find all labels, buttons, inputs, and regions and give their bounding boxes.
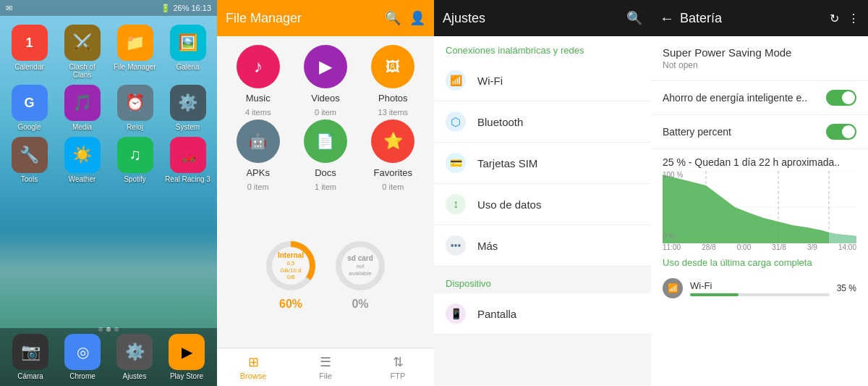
sdcard-label: sd card [346,254,375,263]
wifi-bar [690,293,739,296]
file-category-photos[interactable]: 🖼 Photos 13 items [361,45,425,117]
bluetooth-icon: ⬡ [446,112,466,132]
dock-chrome[interactable]: ◎ Chrome [58,334,107,380]
x-label-2: 0:00 [737,243,751,251]
settings-header: Ajustes 🔍 [434,0,651,36]
file-category-videos[interactable]: ▶ Videos 0 item [293,45,357,117]
smart-saving-toggle[interactable] [826,90,856,106]
app-calendar[interactable]: 1 Calendar [6,25,53,79]
sdcard-status: not available [346,263,375,277]
file-category-apks[interactable]: 🤖 APKs 0 item [226,119,290,191]
apks-icon: 🤖 [237,119,280,163]
file-category-music[interactable]: ♪ Music 4 items [226,45,290,117]
app-real-racing[interactable]: 🏎️ Real Racing 3 [164,137,211,183]
music-label: Music [246,93,271,104]
wifi-usage-percent: 35 % [837,283,856,293]
header-left: ← Batería [660,10,722,27]
nav-ftp[interactable]: ⇅ FTP [362,348,434,386]
favorites-count: 0 item [382,182,404,191]
apks-count: 0 item [247,182,269,191]
nav-file[interactable]: ☰ File [289,348,362,386]
wifi-icon: 📶 [668,283,678,293]
dock: 📷 Cámara ◎ Chrome ⚙️ Ajustes ▶ Play Stor… [0,328,217,386]
battery-chart-container: 100 % 0 % [651,171,868,243]
favorites-label: Favorites [374,167,412,178]
browse-label: Browse [240,372,267,380]
favorites-icon: ⭐ [371,119,414,163]
dock-camera[interactable]: 📷 Cámara [6,334,55,380]
settings-sim[interactable]: 💳 Tarjetas SIM [434,143,651,184]
settings-more[interactable]: ••• Más [434,225,651,267]
settings-display[interactable]: 📱 Pantalla [434,293,651,335]
battery-icon: 🔋 [161,4,171,13]
sdcard-percent: 0% [352,298,368,311]
file-manager-title: File Manager [226,11,302,26]
file-category-docs[interactable]: 📄 Docs 1 item [293,119,357,191]
settings-screen: Ajustes 🔍 Conexiones inalámbricas y rede… [434,0,651,386]
app-tools[interactable]: 🔧 Tools [6,137,53,183]
x-label-4: 14:00 [838,243,856,251]
usage-section-title: Uso desde la última carga completa [663,257,856,268]
photos-count: 13 items [378,108,409,117]
battery-percent-toggle[interactable] [826,124,856,140]
docs-icon: 📄 [304,119,347,163]
app-reloj[interactable]: ⏰ Reloj [111,85,158,131]
header-right: ↻ ⋮ [830,12,859,25]
battery-percent-toggle-row: Battery percent [651,115,868,149]
battery-level: 26% [173,4,189,12]
chart-x-labels: 11:00 28/8 0:00 31/8 3/9 14:00 [651,243,868,251]
back-button[interactable]: ← [660,10,674,27]
videos-label: Videos [311,93,340,104]
app-google[interactable]: G Google [6,85,53,131]
battery-header: ← Batería ↻ ⋮ [651,0,868,36]
app-weather[interactable]: ☀️ Weather [59,137,106,183]
docs-count: 1 item [315,182,336,191]
settings-search-icon[interactable]: 🔍 [626,10,642,26]
more-label: Más [477,240,498,252]
internal-label: Internal [276,251,305,260]
battery-chart [663,171,856,243]
battery-title: Batería [680,11,722,26]
bluetooth-label: Bluetooth [477,116,523,128]
wifi-icon: 📶 [446,70,466,91]
usage-section: Uso desde la última carga completa 📶 Wi-… [651,251,868,309]
dock-ajustes[interactable]: ⚙️ Ajustes [110,334,159,380]
clock: 16:13 [191,4,211,12]
x-label-3: 3/9 [807,243,817,251]
wifi-usage-name: Wi-Fi [690,280,830,291]
refresh-icon[interactable]: ↻ [830,12,839,25]
wifi-label: Wi-Fi [477,75,503,87]
wireless-section-header: Conexiones inalámbricas y redes [434,36,651,60]
file-category-grid: ♪ Music 4 items ▶ Videos 0 item 🖼 Photos… [217,36,434,200]
file-category-favorites[interactable]: ⭐ Favorites 0 item [361,119,425,191]
chart-y-max: 100 % [663,171,683,179]
settings-data-usage[interactable]: ↕ Uso de datos [434,184,651,225]
app-galeria[interactable]: 🖼️ Galeria [164,25,211,79]
notification-icon: ✉ [6,4,12,13]
battery-percent-label: Battery percent [663,126,820,138]
internal-percent: 60% [279,298,302,311]
profile-icon[interactable]: 👤 [409,10,425,26]
file-manager-screen: File Manager 🔍 👤 ♪ Music 4 items ▶ Video… [217,0,434,386]
x-label-1: 11:00 [663,243,681,251]
battery-info: 25 % - Quedan 1 día 22 h aproximada.. [651,149,868,171]
battery-content: Super Power Saving Mode Not open Ahorro … [651,36,868,386]
power-saving-mode[interactable]: Super Power Saving Mode Not open [651,36,868,81]
app-media[interactable]: 🎵 Media [59,85,106,131]
wifi-usage-icon: 📶 [663,278,683,298]
settings-bluetooth[interactable]: ⬡ Bluetooth [434,101,651,143]
sim-label: Tarjetas SIM [477,157,537,169]
dock-play-store[interactable]: ▶ Play Store [162,334,211,380]
header-actions: 🔍 👤 [385,10,425,26]
internal-size: 6,5 GB/10,8 GB [276,260,305,281]
app-system[interactable]: ⚙️ System [164,85,211,131]
settings-wifi[interactable]: 📶 Wi-Fi [434,60,651,101]
more-options-icon[interactable]: ⋮ [848,12,859,25]
search-icon[interactable]: 🔍 [385,10,401,26]
app-spotify[interactable]: ♫ Spotify [111,137,158,183]
data-usage-label: Uso de datos [477,198,541,211]
app-file-manager[interactable]: 📁 File Manager [111,25,158,79]
videos-icon: ▶ [304,45,347,88]
app-clash[interactable]: ⚔️ Clash of Clans [59,25,106,79]
nav-browse[interactable]: ⊞ Browse [217,348,289,386]
